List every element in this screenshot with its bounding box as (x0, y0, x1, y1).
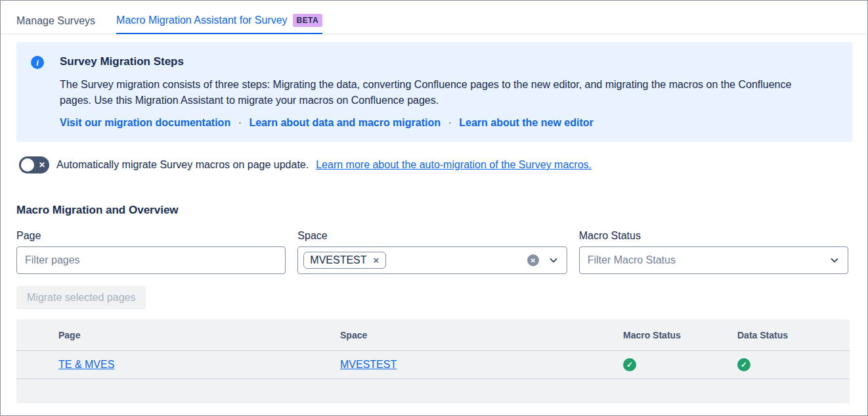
link-separator: · (238, 117, 242, 128)
page-link[interactable]: TE & MVES (58, 359, 114, 370)
macro-status-controls (829, 255, 840, 266)
info-icon: i (31, 56, 44, 69)
header-space: Space (340, 330, 623, 340)
banner-content: Survey Migration Steps The Survey migrat… (60, 55, 815, 129)
data-macro-migration-link[interactable]: Learn about data and macro migration (249, 117, 441, 128)
header-page: Page (58, 330, 340, 340)
table-header-row: Page Space Macro Status Data Status (16, 319, 850, 351)
space-select-controls: ✕ (527, 254, 559, 266)
banner-title: Survey Migration Steps (60, 55, 815, 68)
migrate-selected-pages-button[interactable]: Migrate selected pages (16, 286, 146, 310)
row-page-cell: TE & MVES (58, 359, 340, 371)
migration-table: Page Space Macro Status Data Status TE &… (16, 319, 850, 404)
space-filter: Space MVESTEST ✕ ✕ (297, 230, 567, 274)
tab-macro-migration-assistant[interactable]: Macro Migration Assistant for Survey BET… (116, 14, 322, 34)
row-macro-status-cell: ✓ (623, 358, 737, 371)
auto-migrate-text: Automatically migrate Survey macros on p… (56, 159, 309, 171)
space-tag: MVESTEST ✕ (303, 252, 386, 269)
row-data-status-cell: ✓ (737, 358, 850, 371)
auto-migrate-toggle[interactable]: ✕ (19, 156, 49, 173)
row-space-cell: MVESTEST (340, 359, 623, 371)
space-filter-select[interactable]: MVESTEST ✕ ✕ (297, 246, 567, 274)
toggle-off-icon: ✕ (39, 156, 45, 173)
space-tag-remove-icon[interactable]: ✕ (373, 256, 380, 266)
table-footer-spacer (16, 379, 850, 404)
chevron-down-icon[interactable] (548, 255, 559, 266)
section-title: Macro Migration and Overview (16, 204, 852, 217)
auto-migration-learn-more-link[interactable]: Learn more about the auto-migration of t… (316, 159, 592, 171)
tab-manage-surveys[interactable]: Manage Surveys (16, 14, 95, 34)
data-status-success-icon: ✓ (737, 358, 750, 371)
page-filter-input[interactable] (16, 246, 286, 274)
clear-icon[interactable]: ✕ (527, 254, 539, 266)
tab-macro-migration-assistant-label: Macro Migration Assistant for Survey (116, 14, 288, 26)
chevron-down-icon[interactable] (829, 255, 840, 266)
survey-migration-info-banner: i Survey Migration Steps The Survey migr… (16, 42, 852, 142)
new-editor-link[interactable]: Learn about the new editor (459, 117, 593, 128)
space-tag-label: MVESTEST (310, 254, 366, 266)
space-link[interactable]: MVESTEST (340, 359, 397, 370)
beta-badge: BETA (293, 14, 322, 27)
banner-links: Visit our migration documentation · Lear… (60, 117, 815, 129)
table-row: TE & MVES MVESTEST ✓ ✓ (16, 351, 850, 379)
filter-bar: Page Space MVESTEST ✕ ✕ Macro Status Fil… (16, 230, 848, 274)
macro-status-filter-label: Macro Status (579, 230, 848, 242)
banner-body-text: The Survey migration consists of three s… (60, 77, 815, 108)
header-macro-status: Macro Status (623, 330, 737, 340)
macro-status-placeholder: Filter Macro Status (588, 254, 676, 266)
macro-status-filter: Macro Status Filter Macro Status (579, 230, 848, 274)
macro-status-success-icon: ✓ (623, 358, 636, 371)
page-filter: Page (16, 230, 286, 274)
toggle-knob (21, 158, 34, 172)
auto-migrate-row: ✕ Automatically migrate Survey macros on… (19, 156, 852, 173)
migration-documentation-link[interactable]: Visit our migration documentation (60, 117, 230, 128)
link-separator: · (448, 117, 451, 128)
tab-manage-surveys-label: Manage Surveys (16, 15, 95, 27)
tab-bar: Manage Surveys Macro Migration Assistant… (1, 1, 867, 34)
space-filter-label: Space (297, 230, 567, 242)
macro-status-select[interactable]: Filter Macro Status (579, 246, 848, 274)
header-data-status: Data Status (737, 330, 850, 340)
page-filter-label: Page (16, 230, 286, 242)
